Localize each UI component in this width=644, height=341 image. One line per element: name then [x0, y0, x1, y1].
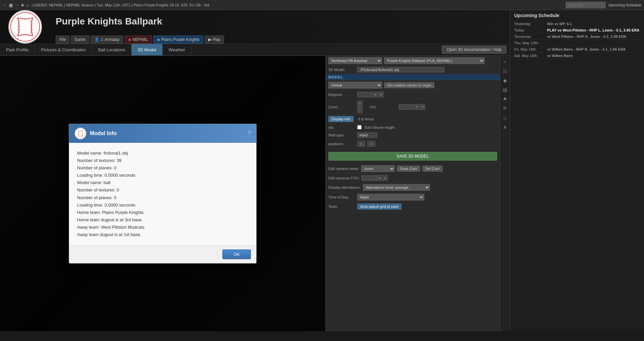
del-cam-button[interactable]: Del Cam	[422, 166, 443, 172]
zoom-in-btn[interactable]: +	[357, 101, 363, 107]
far-right-diamond-icon[interactable]: ◆	[501, 76, 509, 85]
modal-line: Loading time: 0.0000 seconds	[77, 172, 248, 179]
game-button[interactable]: Game	[71, 36, 89, 44]
tab-weather[interactable]: Weather	[163, 44, 192, 55]
time-of-day-dropdown[interactable]: Night	[357, 194, 424, 201]
degrees-decrement[interactable]: <	[373, 92, 378, 98]
league-button[interactable]: ◆ NEPABL	[124, 36, 152, 44]
tab-3d-model[interactable]: 3D Model	[131, 44, 163, 55]
league-dropdown[interactable]: Northeast PA Basebal	[328, 57, 382, 64]
modal-overlay: Model Info ? Model name: fictional1.objN…	[0, 56, 325, 331]
fence-sts-label: sts:	[328, 125, 355, 129]
app-header: Purple Knights Ballpark File Game 👤 J. A…	[0, 10, 644, 331]
fov-increment[interactable]: >	[382, 175, 388, 181]
fov-label: Edit cameras FOV:	[328, 176, 360, 180]
forward-icon[interactable]: →	[14, 2, 19, 8]
tools-label: Tools:	[328, 205, 355, 209]
save-cam-button[interactable]: Save Cam	[397, 166, 420, 172]
modal-line: Model name: fictional1.obj	[77, 150, 248, 157]
zoom-cm-row: Zoom + - Cm: 50 < >	[326, 99, 500, 115]
tribune-checkbox[interactable]	[357, 125, 362, 129]
degrees-increment[interactable]: >	[378, 92, 384, 98]
schedule-game: PLAY vs West Pittston - RHP L. Lewis - 3…	[547, 28, 640, 32]
tab-pictures-coordinates[interactable]: Pictures & Coordinates	[35, 44, 92, 55]
team-button[interactable]: ◆ Plains Purple Knights	[153, 36, 203, 44]
tab-ball-locations[interactable]: Ball Locations	[92, 44, 131, 55]
save-3d-row: SAVE 3D MODEL	[326, 149, 500, 164]
schedule-title: Upcoming Schedule	[514, 13, 640, 18]
svg-point-12	[76, 129, 85, 138]
zoom-out-btn[interactable]: -	[357, 107, 363, 113]
far-right-diamond2-icon[interactable]: ◇	[501, 114, 509, 122]
logo-area	[0, 10, 50, 44]
far-right-chart-icon[interactable]: ▤	[501, 86, 509, 94]
degrees-row: Degrees 45 < >	[326, 90, 500, 99]
time-of-day-row: Time of Day: Night	[326, 192, 500, 202]
model-info-dialog: Model Info ? Model name: fictional1.objN…	[69, 124, 257, 264]
fov-decrement[interactable]: <	[377, 175, 382, 181]
copy-icon[interactable]: ▣	[9, 2, 13, 8]
far-right-checkmark-icon[interactable]: ✓	[501, 57, 509, 66]
schedule-day: Fri. May 14th:	[514, 47, 544, 51]
attendance-label: Display attendance:	[328, 185, 361, 189]
park-dropdown[interactable]: Purple Knights Ballpark (PLA_NEPABL)	[384, 57, 485, 64]
modal-help-icon[interactable]: ?	[248, 130, 251, 136]
tools-row: Tools: Auto-adjust grid to park	[326, 202, 500, 211]
positions-next-btn[interactable]: >	[367, 141, 375, 147]
schedule-row: Yesterday:Win vs WP, 6-1	[514, 21, 640, 27]
schedule-row: Fri. May 14th:vs Wilkes Barre - RHP B. J…	[514, 46, 640, 53]
modal-line: Number of planes: 0	[77, 164, 248, 172]
far-right-grid-icon[interactable]: ☷	[501, 67, 509, 75]
schedule-row: Today:PLAY vs West Pittston - RHP L. Lew…	[514, 27, 640, 34]
modal-line: Number of textures: 39	[77, 157, 248, 164]
display-fence-row: Display info d & fence	[326, 115, 500, 124]
wall-type-value: Hard	[357, 132, 377, 138]
back-icon[interactable]: ←	[3, 2, 7, 8]
home-icon[interactable]: ⌂	[26, 2, 29, 8]
tribune-row: sts: Edit tribune height	[326, 124, 500, 131]
schedule-game: vs Wilkes Barre	[547, 54, 640, 58]
tab-park-profile[interactable]: Park Profile	[0, 44, 35, 55]
cm-increment[interactable]: >	[420, 104, 425, 110]
tools-button[interactable]: Auto-adjust grid to park	[357, 204, 401, 210]
modal-line: Away team dugout is at 1st base.	[77, 231, 248, 238]
modal-header: Model Info ?	[69, 124, 256, 143]
far-right-letter-p-icon[interactable]: P	[501, 104, 509, 113]
star-icon[interactable]: ★	[20, 2, 25, 8]
attendance-dropdown[interactable]: Attendance level: average	[363, 184, 430, 191]
camera-views-label: Edit camera views:	[328, 167, 359, 171]
schedule-row: Tomorrow:vs West Pittston - RHP K. Jones…	[514, 34, 640, 40]
positions-prev-btn[interactable]: <	[357, 141, 365, 147]
fov-stepper: 00 < >	[362, 175, 388, 181]
3d-view-area[interactable]: Model Info ? Model name: fictional1.objN…	[0, 56, 325, 331]
top-bar: ← ▣ → ★ ⌂ LOADED: NEPABL | NEPABL Season…	[0, 0, 644, 10]
main-content: Model Info ? Model name: fictional1.objN…	[0, 56, 510, 331]
set-rotation-button[interactable]: Set rotation center to origin	[384, 82, 434, 88]
search-input[interactable]	[566, 2, 606, 8]
fov-input[interactable]: 00	[362, 175, 377, 181]
save-3d-button[interactable]: SAVE 3D MODEL	[328, 152, 497, 161]
coord-dropdown[interactable]: Global	[328, 82, 382, 89]
schedule-label: Upcoming Schedule	[608, 3, 641, 7]
modal-ok-button[interactable]: OK	[222, 249, 251, 259]
schedule-game: vs West Pittston - RHP K. Jones - 4-2, 2…	[547, 35, 640, 39]
schedule-game: Win vs WP, 6-1	[547, 22, 640, 26]
player-button[interactable]: 👤 J. Armalay	[91, 36, 123, 44]
display-info-button[interactable]: Display info	[328, 116, 354, 122]
file-button[interactable]: File	[56, 36, 69, 44]
cm-stepper: 50 < >	[399, 104, 425, 110]
modal-lines: Model name: fictional1.objNumber of text…	[77, 150, 248, 238]
far-right-flag-icon[interactable]: ⚑	[501, 95, 509, 104]
far-right-x-icon[interactable]: ✗	[501, 123, 509, 132]
help-button[interactable]: Open 3D documentation / help	[442, 46, 506, 54]
degrees-input[interactable]: 45	[357, 92, 372, 97]
play-button[interactable]: ▶ Play	[205, 36, 224, 44]
cm-decrement[interactable]: <	[414, 104, 420, 110]
league-icon: ◆	[128, 37, 131, 42]
cm-label: Cm:	[370, 105, 397, 109]
cm-input[interactable]: 50	[399, 104, 414, 110]
breadcrumb-text: LOADED: NEPABL | NEPABL Season | Tue. Ma…	[32, 3, 562, 7]
nav-icons: ← ▣ → ★ ⌂	[3, 2, 29, 8]
camera-dropdown[interactable]: zoom	[361, 165, 395, 172]
modal-line: Home team: Plains Purple Knights	[77, 209, 248, 216]
